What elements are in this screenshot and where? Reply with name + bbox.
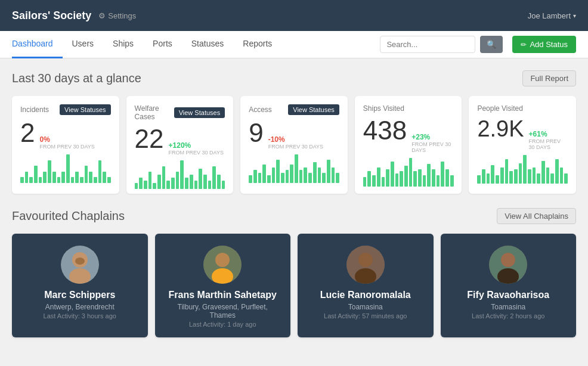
chart-bar [52, 172, 56, 183]
chart-bar [509, 171, 513, 184]
chart-bar [391, 162, 394, 187]
user-name: Joe Lambert [528, 11, 571, 20]
chart-bar [61, 172, 65, 183]
chaplains-row: Marc SchippersAntwerp, BerendrechtLast A… [12, 234, 576, 337]
chart-bar [308, 173, 312, 183]
nav-item-ships[interactable]: Ships [103, 31, 143, 58]
chart-bar [144, 181, 147, 189]
chaplain-card[interactable]: Fify RavaoharisoaToamasinaLast Activity:… [441, 234, 577, 337]
chart-bar [336, 173, 339, 183]
chaplain-activity: Last Activity: 2 hours ago [472, 312, 544, 320]
chart-bar [194, 181, 198, 189]
avatar [203, 246, 242, 284]
chart-bar [318, 168, 321, 183]
add-status-button[interactable]: ✏ Add Status [512, 36, 576, 53]
settings-link[interactable]: ⚙ Settings [98, 11, 136, 20]
search-input[interactable] [380, 36, 475, 53]
chart-bar [25, 172, 29, 183]
glance-section-header: Last 30 days at a glance Full Report [12, 70, 576, 86]
chart-bar [386, 169, 389, 187]
chart-bar [482, 169, 485, 184]
svg-point-8 [358, 253, 373, 267]
chart-bar [400, 171, 403, 187]
chart-bar [253, 170, 257, 183]
stat-label: Ships Visited [363, 104, 404, 113]
chart-bar [199, 169, 202, 189]
chart-bar [523, 155, 527, 184]
stat-card-access: AccessView Statuses9-10%FROM PREV 30 DAY… [240, 96, 348, 194]
view-all-chaplains-button[interactable]: View All Chaplains [497, 208, 576, 224]
nav-item-statuses[interactable]: Statuses [182, 31, 233, 58]
chart-bar [249, 175, 252, 183]
chart-bar [363, 177, 367, 187]
pencil-icon: ✏ [521, 41, 527, 49]
chart-bar [546, 168, 550, 184]
chart-bar [541, 161, 545, 184]
secondary-nav: Dashboard Users Ships Ports Statuses Rep… [0, 31, 588, 58]
chart-bar [537, 173, 540, 184]
user-menu[interactable]: Joe Lambert ▾ [528, 11, 576, 20]
chart-bar [437, 175, 440, 187]
chaplain-location: Antwerp, Berendrecht [45, 303, 114, 311]
stat-value: 22 [135, 126, 164, 152]
chart-bar [304, 168, 307, 183]
chart-bar [103, 172, 106, 183]
top-nav: Sailors' Society ⚙ Settings Joe Lambert … [0, 0, 588, 31]
avatar [489, 246, 527, 284]
chart-bar [418, 169, 422, 187]
chart-bar [413, 171, 417, 187]
chart-bar [533, 168, 536, 184]
chart-bar [313, 162, 317, 183]
chart-bar [514, 169, 518, 184]
chaplain-location: Toamasina [348, 303, 383, 311]
top-nav-left: Sailors' Society ⚙ Settings [12, 10, 136, 22]
nav-item-users[interactable]: Users [63, 31, 104, 58]
chart-bar [564, 173, 568, 184]
stat-change: 0%FROM PREV 30 DAYS [39, 135, 94, 150]
stat-value: 2.9K [477, 117, 524, 140]
chart-bar [157, 175, 161, 189]
chart-bar [332, 168, 335, 183]
chart-bar [43, 172, 47, 183]
chart-bar [327, 160, 330, 183]
view-statuses-button[interactable]: View Statuses [60, 104, 111, 115]
stat-card-incidents: IncidentsView Statuses20%FROM PREV 30 DA… [12, 96, 119, 194]
nav-search: 🔍 ✏ Add Status [380, 36, 576, 53]
chart-bar [166, 181, 170, 189]
chart-bar [171, 178, 175, 189]
full-report-button[interactable]: Full Report [522, 70, 576, 86]
svg-point-11 [501, 253, 515, 267]
stat-change: +23%FROM PREV 30 DAYS [411, 133, 453, 153]
chart-bar [217, 175, 221, 189]
chart-bar [180, 160, 184, 189]
nav-item-reports[interactable]: Reports [233, 31, 281, 58]
chart-bar [286, 170, 289, 183]
chart-bar [148, 172, 152, 189]
app-title: Sailors' Society [12, 10, 91, 22]
chaplain-card[interactable]: Marc SchippersAntwerp, BerendrechtLast A… [12, 234, 148, 337]
stat-value: 2 [20, 120, 35, 146]
chart-bar [272, 168, 276, 183]
caret-down-icon: ▾ [573, 13, 576, 19]
chart-bar [276, 160, 280, 183]
mini-chart [20, 153, 111, 183]
chart-bar [505, 159, 509, 184]
chart-bar [450, 175, 454, 187]
chart-bar [322, 173, 326, 183]
chart-bar [550, 173, 554, 184]
search-button[interactable]: 🔍 [480, 36, 503, 53]
chaplain-location: Tilbury, Gravesend, Purfleet, Thames [165, 303, 281, 320]
chart-bar [85, 166, 88, 183]
view-statuses-button[interactable]: View Statuses [174, 107, 225, 118]
main-content: Last 30 days at a glance Full Report Inc… [0, 58, 588, 349]
view-statuses-button[interactable]: View Statuses [288, 104, 339, 115]
chart-bar [139, 178, 143, 189]
chaplain-card[interactable]: Lucie RanoromalalaToamasinaLast Activity… [298, 234, 434, 337]
stat-card-people-visited: People Visited2.9K+61%FROM PREV 30 DAYS [469, 96, 576, 194]
chaplain-activity: Last Activity: 3 hours ago [44, 312, 116, 320]
nav-item-ports[interactable]: Ports [143, 31, 182, 58]
chart-bar [555, 159, 559, 184]
chaplain-card[interactable]: Frans Marthin SahetapyTilbury, Gravesend… [155, 234, 291, 337]
nav-item-dashboard[interactable]: Dashboard [12, 31, 63, 58]
chart-bar [176, 172, 180, 189]
